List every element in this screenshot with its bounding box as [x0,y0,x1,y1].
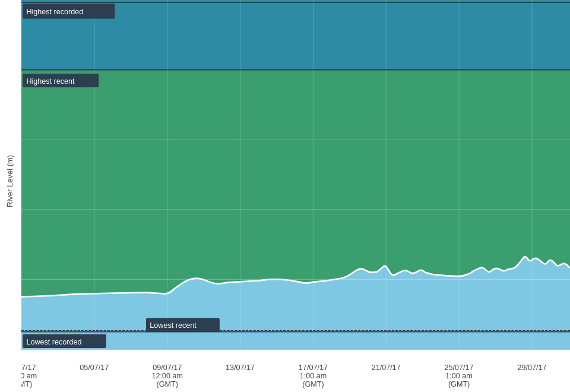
x-label-5-date: 21/07/17 [372,363,401,372]
x-label-6-date: 25/07/17 [445,363,474,372]
x-label-7-date: 29/07/17 [517,363,546,372]
y-axis-label: River Level (m) [0,0,21,362]
x-label-6-tz: (GMT) [448,380,470,388]
x-label-2-time: 12:00 am [151,372,183,380]
x-label-4-date: 17/07/17 [299,363,328,372]
x-label-6-time: 1:00 am [445,372,473,380]
main-chart-svg: 0 1 2 3 4 5 Highest recorded Highest rec… [21,0,570,362]
chart-inner: 0 1 2 3 4 5 Highest recorded Highest rec… [21,0,570,362]
x-label-0-time: 12:00 am [21,372,37,380]
lowest-recent-label: Lowest recent [150,321,197,330]
lowest-recorded-label: Lowest recorded [26,338,81,346]
chart-container: River Level (m) [0,0,570,392]
x-label-4-time: 1:00 am [300,372,327,380]
x-label-1-date: 05/07/17 [80,363,109,372]
x-label-0-date: 01/07/17 [21,363,36,372]
chart-area: River Level (m) [0,0,570,362]
x-label-2-date: 09/07/17 [153,363,182,372]
x-label-0-tz: (GMT) [21,380,32,388]
x-label-3-date: 13/07/17 [226,363,255,372]
highest-recent-label: Highest recent [26,77,75,86]
x-axis-svg: 01/07/17 12:00 am (GMT) 05/07/17 09/07/1… [21,362,570,392]
x-axis-row: 01/07/17 12:00 am (GMT) 05/07/17 09/07/1… [0,362,570,392]
x-label-2-tz: (GMT) [157,380,178,388]
highest-recorded-label: Highest recorded [26,8,83,16]
x-label-4-tz: (GMT) [302,380,324,388]
